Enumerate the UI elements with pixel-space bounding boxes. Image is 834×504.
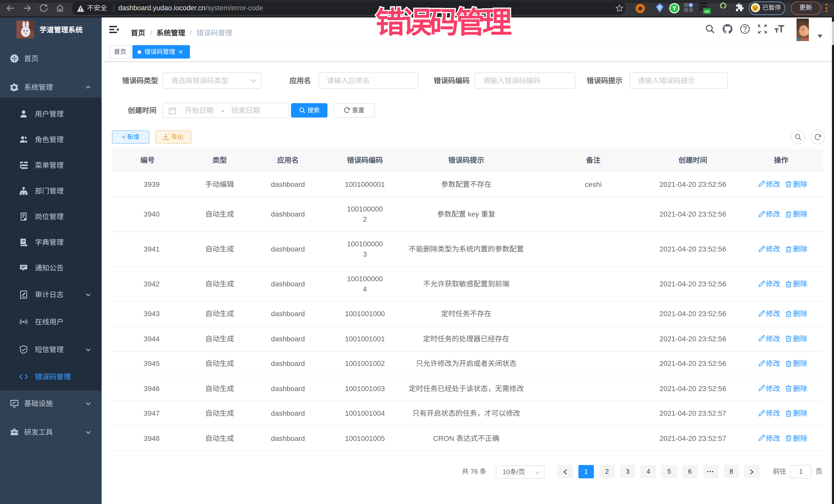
svg-text:错误码管理: 错误码管理 (375, 6, 511, 39)
svg-text:on: on (705, 9, 709, 13)
